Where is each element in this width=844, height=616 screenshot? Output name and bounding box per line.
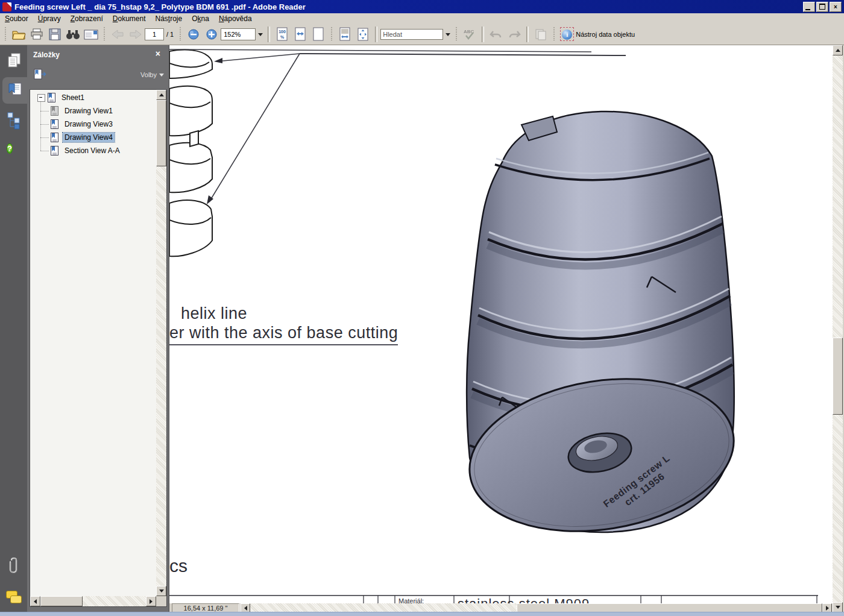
document-page[interactable]: Feeding screw L crt. 11956 Materiál: sta… <box>169 45 833 603</box>
doc-scroll-left-button[interactable] <box>241 603 250 612</box>
object-data-tool-button[interactable]: i Nástroj data objektu <box>562 30 635 40</box>
app-pdf-icon <box>2 2 11 11</box>
toolbar-grip[interactable] <box>179 27 181 42</box>
doc-scroll-down-button[interactable] <box>833 602 843 612</box>
panel-scroll-left-button[interactable] <box>30 596 40 606</box>
save-button[interactable] <box>46 26 64 43</box>
pages-tab[interactable] <box>6 52 22 72</box>
bookmarks-panel-toolbar: Volby <box>27 64 169 87</box>
menu-upravy[interactable]: Úpravy <box>33 14 66 24</box>
doc-vscroll-thumb[interactable] <box>833 338 843 415</box>
bookmark-item-drawing-view1[interactable]: Drawing View1 <box>51 104 115 118</box>
menu-napoveda[interactable]: Nápověda <box>214 14 257 24</box>
toolbar-grip[interactable] <box>455 27 458 42</box>
expand-bookmark-button[interactable] <box>33 68 48 84</box>
fit-width-icon <box>294 27 306 42</box>
fit-width-button[interactable] <box>291 26 309 43</box>
clipped-word: cs <box>169 556 187 576</box>
tree-connector <box>40 137 49 138</box>
open-icon <box>11 28 26 40</box>
help-tab[interactable]: ? <box>7 142 13 155</box>
snapshot-button[interactable] <box>532 26 550 43</box>
layers-tab[interactable] <box>6 112 22 132</box>
toolbar-grip[interactable] <box>330 27 333 42</box>
zoom-in-icon <box>206 28 218 40</box>
bookmark-item-sheet1[interactable]: Sheet1 <box>37 91 86 104</box>
title-block-table: Materiál: stainless steel M909 <box>169 596 818 603</box>
page-number-input[interactable] <box>145 28 164 40</box>
bookmark-item-section-view-aa[interactable]: Section View A-A <box>51 144 122 157</box>
bookmarks-tab[interactable] <box>7 81 23 99</box>
panel-scroll-down-button[interactable] <box>156 586 166 596</box>
zoom-out-button[interactable] <box>184 26 203 43</box>
zoom-in-button[interactable] <box>203 26 221 43</box>
bookmarks-options-button[interactable]: Volby <box>140 71 164 78</box>
doc-scroll-right-button[interactable] <box>822 603 832 612</box>
print-icon <box>30 28 44 41</box>
bookmark-item-drawing-view3[interactable]: Drawing View3 <box>51 118 115 131</box>
toolbar-grip[interactable] <box>553 27 555 42</box>
actual-size-button[interactable]: 100% <box>273 26 291 43</box>
panel-hscroll-thumb[interactable] <box>40 596 83 606</box>
chevron-down-icon <box>159 74 164 77</box>
collapse-icon[interactable] <box>37 94 45 102</box>
fit-page-button[interactable] <box>309 26 327 43</box>
back-icon <box>111 29 124 40</box>
search-dropdown-arrow[interactable] <box>444 29 452 40</box>
bookmark-page-icon <box>51 133 59 143</box>
zoom-dropdown-arrow[interactable] <box>256 29 265 40</box>
restore-button[interactable] <box>816 2 828 12</box>
toolbar: / 1 152% 100% ABC <box>0 24 844 45</box>
menu-nastroje[interactable]: Nástroje <box>150 14 187 24</box>
minimize-icon <box>805 9 810 10</box>
search-button[interactable] <box>64 26 82 43</box>
comments-tab[interactable] <box>6 591 22 603</box>
document-vscroll[interactable] <box>833 45 843 612</box>
layers-icon <box>6 112 22 130</box>
redo-button[interactable] <box>505 26 523 43</box>
bookmarks-panel: Záložky × Volby Sheet1 <box>27 45 169 616</box>
toolbar-grip[interactable] <box>4 27 7 42</box>
zoom-out-icon <box>187 28 200 40</box>
undo-button[interactable] <box>487 26 505 43</box>
page-total-label: / 1 <box>166 31 174 38</box>
doc-scroll-up-button[interactable] <box>833 45 843 55</box>
close-button[interactable]: × <box>830 2 842 12</box>
panel-scroll-up-button[interactable] <box>156 90 166 100</box>
minimize-button[interactable] <box>803 2 815 12</box>
toolbar-grip[interactable] <box>103 27 106 42</box>
comments-icon <box>6 591 22 603</box>
fit-visible-button[interactable] <box>336 26 354 43</box>
menu-soubor[interactable]: Soubor <box>0 14 33 24</box>
panel-vscroll-thumb[interactable] <box>156 100 166 166</box>
arrow-down-icon <box>836 606 840 609</box>
tree-connector <box>40 102 41 151</box>
bookmark-item-drawing-view4[interactable]: Drawing View4 <box>51 131 115 144</box>
bookmarks-panel-close-button[interactable]: × <box>156 49 160 58</box>
menu-zobrazeni[interactable]: Zobrazení <box>66 14 108 24</box>
bookmark-arrow-icon <box>33 68 48 81</box>
full-screen-button[interactable] <box>354 26 372 43</box>
menu-dokument[interactable]: Dokument <box>108 14 151 24</box>
toolbar-separator <box>526 27 529 42</box>
spellcheck-icon: ABC <box>462 28 477 41</box>
tree-connector <box>40 151 49 151</box>
svg-text:100: 100 <box>279 30 286 34</box>
arrowhead-icon <box>214 58 222 63</box>
spellcheck-button[interactable]: ABC <box>461 26 479 43</box>
search-input[interactable] <box>380 29 443 40</box>
snapshot-icon <box>534 28 547 41</box>
menu-okna[interactable]: Okna <box>187 14 214 24</box>
go-back-button[interactable] <box>109 26 127 43</box>
zoom-level-combo[interactable]: 152% <box>221 28 256 40</box>
print-button[interactable] <box>28 26 46 43</box>
go-forward-button[interactable] <box>127 26 145 43</box>
open-button[interactable] <box>10 26 28 43</box>
attachments-tab[interactable] <box>6 556 22 578</box>
bookmark-page-icon <box>51 106 59 116</box>
email-button[interactable] <box>82 26 100 43</box>
help-icon: ? <box>7 143 13 154</box>
panel-scroll-right-button[interactable] <box>146 596 156 606</box>
doc-hscroll-thumb[interactable] <box>517 603 822 612</box>
arrow-right-icon <box>826 606 829 611</box>
